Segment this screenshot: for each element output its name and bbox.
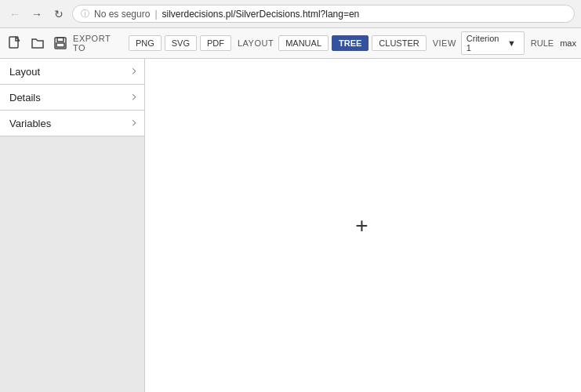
layout-label: LAYOUT [238,38,274,48]
svg-rect-3 [57,38,64,42]
save-file-button[interactable] [50,33,70,53]
save-file-icon [53,36,67,50]
sidebar: Layout ⌵ Details ⌵ Variables ⌵ [0,59,145,392]
variables-chevron-icon: ⌵ [125,120,138,126]
reload-button[interactable]: ↻ [50,5,67,23]
canvas-area[interactable]: + [145,59,581,392]
app-toolbar: EXPORT TO PNG SVG PDF LAYOUT MANUAL TREE… [0,28,581,59]
details-item-label: Details [9,92,41,103]
chevron-down-icon: ▼ [507,38,516,48]
browser-nav: ← → ↻ ⓘ No es seguro | silverdecisions.p… [0,0,581,27]
new-file-icon [8,36,22,50]
rule-label: RULE [531,38,554,48]
main-area: Layout ⌵ Details ⌵ Variables ⌵ + [0,59,581,392]
back-button[interactable]: ← [6,5,24,23]
svg-rect-4 [56,43,64,47]
sidebar-item-variables[interactable]: Variables ⌵ [0,111,144,136]
open-file-button[interactable] [27,33,47,53]
view-label: VIEW [433,38,456,48]
separator: | [154,9,157,20]
sidebar-item-details[interactable]: Details ⌵ [0,85,144,111]
insecure-icon: ⓘ [81,8,89,20]
layout-chevron-icon: ⌵ [125,68,138,74]
layout-item-label: Layout [9,66,40,78]
pdf-button[interactable]: PDF [200,35,231,51]
open-file-icon [31,36,45,50]
forward-button[interactable]: → [28,5,45,23]
svg-button[interactable]: SVG [165,35,197,51]
manual-button[interactable]: MANUAL [278,35,329,51]
tree-button[interactable]: TREE [332,35,369,51]
new-file-button[interactable] [5,33,24,53]
sidebar-item-layout[interactable]: Layout ⌵ [0,59,144,85]
criterion-select[interactable]: Criterion 1 ▼ [461,31,525,55]
canvas-plus-icon: + [355,215,368,237]
url-text: silverdecisions.pl/SilverDecisions.html?… [162,9,360,20]
details-chevron-icon: ⌵ [125,94,138,100]
address-bar[interactable]: ⓘ No es seguro | silverdecisions.pl/Silv… [72,5,575,23]
insecure-label: No es seguro [94,9,150,20]
cluster-button[interactable]: CLUSTER [372,35,426,51]
browser-chrome: ← → ↻ ⓘ No es seguro | silverdecisions.p… [0,0,581,28]
rule-value: max [560,38,576,48]
png-button[interactable]: PNG [129,35,162,51]
criterion-label: Criterion 1 [467,34,504,53]
export-label: EXPORT TO [73,34,124,53]
variables-item-label: Variables [9,118,51,129]
